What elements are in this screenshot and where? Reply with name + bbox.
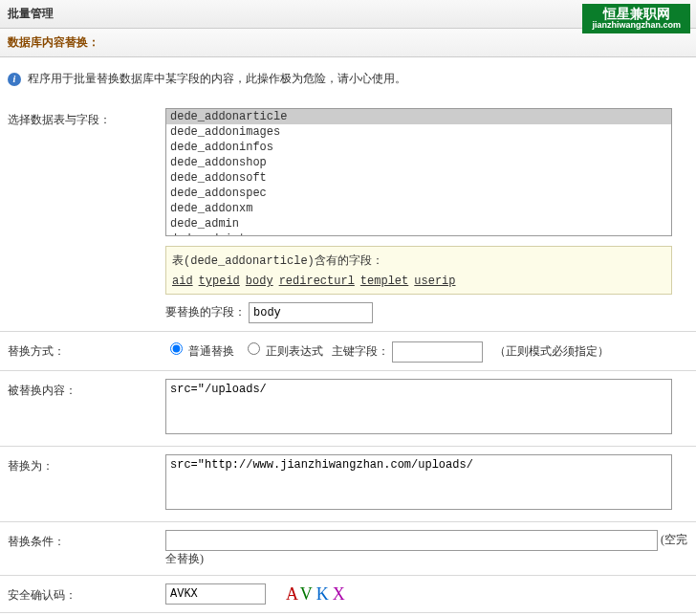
replace-to-input[interactable] bbox=[165, 454, 672, 510]
row-select-table: 选择数据表与字段： dede_addonarticledede_addonima… bbox=[0, 100, 696, 332]
radio-regex-label[interactable]: 正则表达式 bbox=[243, 344, 326, 358]
label-replaced-content: 被替换内容： bbox=[8, 379, 165, 438]
field-to-replace-row: 要替换的字段： bbox=[165, 302, 688, 323]
regex-note: （正则模式必须指定） bbox=[494, 344, 609, 358]
radio-regex-text: 正则表达式 bbox=[266, 344, 323, 358]
table-fields-box: 表(dede_addonarticle)含有的字段： aidtypeidbody… bbox=[165, 246, 672, 295]
security-code-input[interactable] bbox=[165, 583, 266, 605]
radio-normal-text: 普通替换 bbox=[188, 344, 234, 358]
label-replace-mode: 替换方式： bbox=[8, 340, 165, 363]
radio-normal[interactable] bbox=[170, 342, 183, 355]
table-fields-title: 表(dede_addonarticle)含有的字段： bbox=[172, 253, 665, 269]
row-security-code: 安全确认码： AVKX bbox=[0, 576, 696, 613]
table-option[interactable]: dede_addonarticle bbox=[166, 109, 671, 124]
warning-text: 程序用于批量替换数据库中某字段的内容，此操作极为危险，请小心使用。 bbox=[28, 72, 406, 85]
row-replaced-content: 被替换内容： bbox=[0, 371, 696, 447]
row-replace-mode: 替换方式： 普通替换 正则表达式 主键字段： （正则模式必须指定） bbox=[0, 332, 696, 371]
field-link[interactable]: typeid bbox=[199, 275, 240, 288]
field-link[interactable]: aid bbox=[172, 275, 193, 288]
warning-row: i 程序用于批量替换数据库中某字段的内容，此操作极为危险，请小心使用。 bbox=[0, 57, 696, 100]
table-option[interactable]: dede_admin bbox=[166, 216, 671, 231]
logo-text: 恒星兼职网 bbox=[603, 6, 670, 21]
replace-cond-input[interactable] bbox=[165, 530, 658, 551]
title-bar: 批量管理 恒星兼职网 jianzhiwangzhan.com bbox=[0, 0, 696, 29]
field-link[interactable]: templet bbox=[360, 275, 408, 288]
label-security-code: 安全确认码： bbox=[8, 583, 165, 605]
pk-label: 主键字段： bbox=[332, 344, 389, 358]
table-option[interactable]: dede_addonspec bbox=[166, 186, 671, 201]
table-listbox[interactable]: dede_addonarticledede_addonimagesdede_ad… bbox=[165, 108, 672, 236]
field-link[interactable]: redirecturl bbox=[279, 275, 355, 288]
field-to-replace-input[interactable] bbox=[249, 302, 373, 323]
row-replace-to: 替换为： bbox=[0, 447, 696, 522]
row-replace-cond: 替换条件： (空完全替换) bbox=[0, 522, 696, 576]
table-option[interactable]: dede_addonshop bbox=[166, 155, 671, 170]
table-fields-list: aidtypeidbodyredirecturltempletuserip bbox=[172, 275, 665, 288]
table-option[interactable]: dede_addonxm bbox=[166, 201, 671, 216]
replaced-content-input[interactable] bbox=[165, 379, 672, 434]
page-title: 批量管理 bbox=[8, 7, 54, 20]
table-option[interactable]: dede_addonsoft bbox=[166, 170, 671, 186]
radio-regex[interactable] bbox=[248, 342, 260, 355]
label-replace-cond: 替换条件： bbox=[8, 530, 165, 567]
label-replace-to: 替换为： bbox=[8, 454, 165, 514]
label-select-table: 选择数据表与字段： bbox=[8, 108, 165, 323]
field-link[interactable]: body bbox=[246, 275, 273, 288]
captcha-image: AVKX bbox=[280, 584, 355, 605]
logo-subtext: jianzhiwangzhan.com bbox=[592, 21, 681, 31]
table-option[interactable]: dede_addonimages bbox=[166, 124, 671, 140]
table-option[interactable]: dede_admintype bbox=[166, 231, 671, 236]
pk-input[interactable] bbox=[392, 341, 483, 363]
site-logo[interactable]: 恒星兼职网 jianzhiwangzhan.com bbox=[582, 4, 690, 33]
field-link[interactable]: userip bbox=[414, 275, 455, 288]
field-to-replace-label: 要替换的字段： bbox=[165, 305, 246, 319]
table-option[interactable]: dede_addoninfos bbox=[166, 140, 671, 155]
radio-normal-label[interactable]: 普通替换 bbox=[165, 344, 237, 358]
info-icon: i bbox=[8, 73, 21, 86]
